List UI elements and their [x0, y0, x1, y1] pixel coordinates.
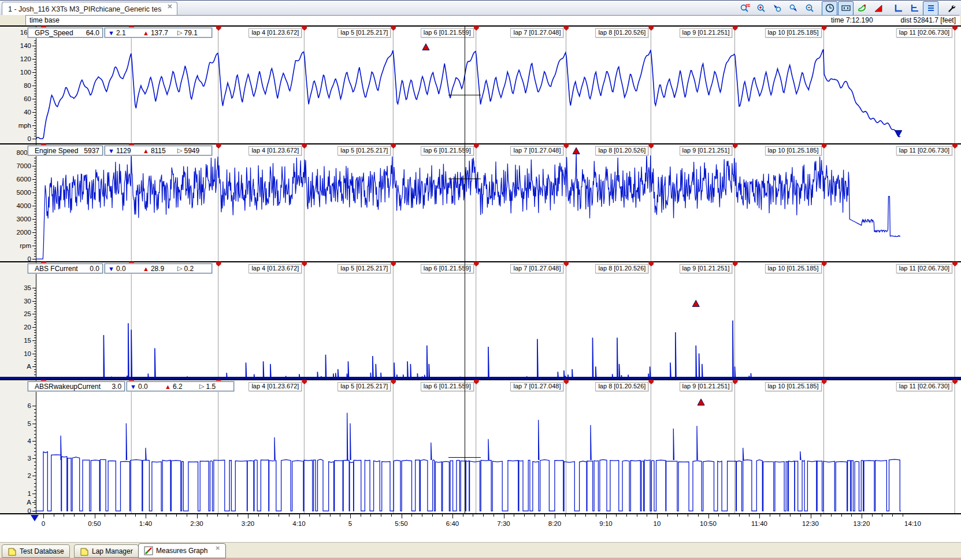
x-tick-label: 0:50	[88, 520, 101, 527]
y-minor-tick	[34, 455, 36, 455]
svg-text:2D: 2D	[745, 3, 750, 8]
y-minor-tick	[34, 256, 36, 257]
lap-label: lap 7 [01.27.048]	[511, 264, 564, 273]
lap-label: lap 8 [01.20.526]	[595, 382, 648, 391]
y-minor-tick	[34, 343, 36, 343]
y-minor-tick	[34, 139, 36, 139]
x-tick-mark	[411, 514, 412, 517]
axis-split-icon[interactable]	[907, 1, 922, 16]
channel-name-box[interactable]: ABSRwakeupCurrent3.0	[28, 381, 125, 391]
channel-legend[interactable]: Engine Speed5937▼1129▲8115▷5949	[28, 146, 212, 155]
channel-legend[interactable]: GPS_Speed64.0▼2.1▲137.7▷79.1	[28, 28, 212, 38]
y-minor-tick	[34, 314, 36, 314]
lap-label: lap 11 [02.06.730]	[896, 146, 952, 155]
graph-toolbar: 2D	[736, 1, 959, 15]
zoom-2d-icon[interactable]: 2D	[737, 1, 752, 16]
cursor-value-tick	[448, 95, 481, 95]
min-stat-value: 2.1	[116, 29, 126, 37]
y-minor-tick	[34, 83, 36, 83]
workspace-tab-lap-manager[interactable]: Lap Manager	[74, 544, 139, 558]
y-minor-tick	[34, 507, 36, 508]
zoom-in-icon[interactable]	[753, 1, 769, 16]
lap-label: lap 6 [01.21.559]	[421, 264, 474, 273]
channel-name-box[interactable]: GPS_Speed64.0	[28, 28, 103, 38]
y-minor-tick	[34, 201, 36, 201]
avg-stat-icon: ▷	[177, 29, 182, 36]
zoom-out-icon[interactable]	[802, 1, 817, 16]
x-tick-mark	[289, 514, 290, 517]
y-axis-2: 353025201510A0	[0, 262, 36, 379]
axis-single-icon[interactable]	[890, 1, 906, 16]
lap-label: lap 5 [01.25.217]	[337, 382, 391, 391]
y-minor-tick	[34, 427, 36, 428]
min-stat-icon: ▼	[130, 383, 136, 390]
lap-label: lap 4 [01.23.672]	[248, 28, 302, 38]
plot-area[interactable]	[36, 27, 961, 143]
y-minor-tick	[34, 125, 36, 126]
x-tick-label: 6:40	[446, 520, 459, 527]
min-stat: ▼0.0	[108, 265, 139, 273]
workspace-tab-label: Measures Graph	[156, 547, 207, 555]
signal-trace	[36, 151, 900, 259]
zoom-redo-icon[interactable]	[785, 1, 801, 16]
slope-icon[interactable]	[870, 1, 886, 16]
x-tick-mark	[790, 514, 791, 517]
x-tick-mark	[606, 514, 607, 518]
x-tick-mark	[677, 514, 678, 517]
distance-base-icon[interactable]	[838, 1, 854, 16]
workspace-tab-close-icon[interactable]: ✕	[215, 545, 220, 551]
y-minor-tick	[34, 335, 36, 336]
y-minor-tick	[34, 99, 36, 99]
channel-name-box[interactable]: Engine Speed5937	[28, 146, 103, 155]
channel-name-box[interactable]: ABS FCurrent0.0	[28, 264, 103, 273]
lap-label: lap 10 [01.25.185]	[765, 28, 821, 38]
time-base-icon[interactable]	[822, 1, 837, 16]
avg-stat-value: 79.1	[184, 29, 197, 37]
y-minor-tick	[34, 295, 36, 296]
y-minor-tick	[34, 374, 36, 375]
stacked-view-icon[interactable]	[923, 1, 938, 16]
x-tick-mark	[504, 514, 504, 518]
time-cursor[interactable]	[465, 25, 465, 513]
y-minor-tick	[34, 229, 36, 230]
y-minor-tick	[34, 319, 36, 320]
y-minor-tick	[34, 176, 36, 177]
x-tick-mark	[228, 514, 228, 517]
channel-legend[interactable]: ABSRwakeupCurrent3.0▼0.0▲6.2▷1.5	[28, 381, 234, 391]
y-minor-tick	[34, 409, 36, 410]
max-stat: ▲6.2	[165, 383, 196, 391]
channel-legend[interactable]: ABS FCurrent0.0▼0.0▲28.9▷0.2	[28, 264, 212, 273]
x-tick-mark	[197, 514, 198, 518]
document-tab-title: 1 - Josh_116 X3Ts M3_PIRchicane_Generic …	[8, 5, 161, 13]
y-minor-tick	[34, 49, 36, 49]
y-minor-tick	[34, 115, 36, 116]
min-stat-value: 0.0	[116, 265, 126, 273]
lap-label: lap 11 [02.06.730]	[896, 264, 952, 273]
workspace-tab-test-database[interactable]: Test Database	[2, 544, 70, 558]
plot-area[interactable]	[36, 144, 961, 261]
x-tick-mark	[125, 514, 126, 517]
lap-label: lap 7 [01.27.048]	[511, 382, 564, 391]
x-tick-mark	[442, 514, 443, 517]
y-minor-tick	[34, 290, 36, 291]
y-tick-mark	[32, 502, 36, 503]
plot-area[interactable]	[36, 262, 961, 379]
settings-wrench-icon[interactable]	[943, 1, 959, 16]
max-value-marker-icon	[697, 399, 704, 405]
y-minor-tick	[34, 413, 36, 413]
document-tab[interactable]: 1 - Josh_116 X3Ts M3_PIRchicane_Generic …	[2, 2, 177, 16]
x-tick-mark	[95, 514, 95, 518]
x-tick-mark	[54, 514, 54, 517]
x-tick-mark	[708, 514, 709, 518]
y-minor-tick	[34, 131, 36, 131]
y-tick-label: 0	[28, 507, 31, 514]
track-map-icon[interactable]	[854, 1, 870, 16]
x-axis-mode-field[interactable]: time base time 7:12.190 dist 52841.7 [fe…	[25, 15, 960, 25]
zoom-undo-icon[interactable]	[769, 1, 785, 16]
y-minor-tick	[34, 219, 36, 220]
y-tick-label: 3000	[16, 216, 31, 222]
tab-close-icon[interactable]: ✕	[167, 3, 172, 10]
workspace-tab-measures-graph[interactable]: Measures Graph✕	[138, 543, 226, 558]
y-minor-tick	[34, 235, 36, 236]
plot-area[interactable]	[36, 380, 961, 513]
